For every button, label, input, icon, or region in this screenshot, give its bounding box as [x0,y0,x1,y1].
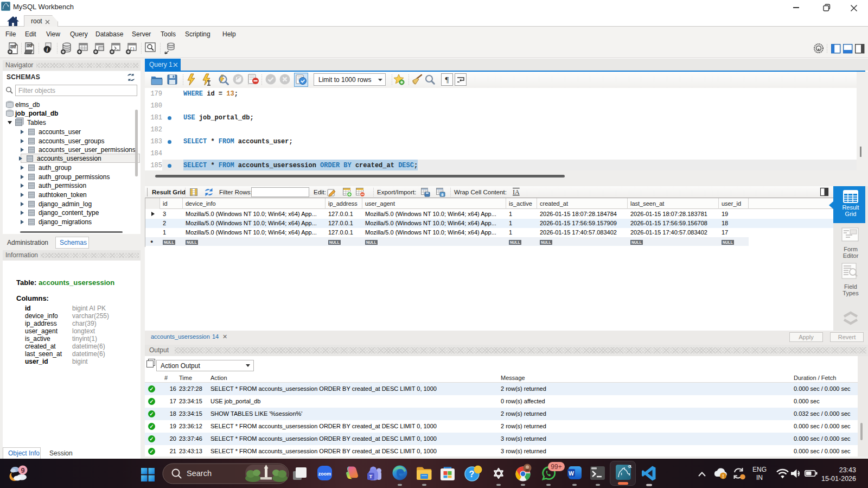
svg-text:99+: 99+ [551,463,561,471]
svg-text:IN: IN [756,474,763,481]
svg-text:{): {) [130,46,135,51]
svg-text:Edit:: Edit: [314,189,326,195]
svg-text:?: ? [469,470,475,479]
svg-text:23:43: 23:43 [839,466,856,474]
svg-text:W: W [569,470,574,477]
svg-text:Search: Search [187,469,212,478]
svg-text:SQL: SQL [10,45,16,48]
svg-text:Wrap Cell Content:: Wrap Cell Content: [454,189,507,195]
svg-text:9: 9 [21,466,24,474]
svg-text:15-01-2026: 15-01-2026 [821,475,856,483]
svg-text:Result Grid: Result Grid [152,189,186,195]
svg-text:ENG: ENG [752,466,767,473]
svg-text:T: T [369,473,373,479]
svg-text:Filter Rows:: Filter Rows: [219,189,252,195]
svg-text:i: i [47,47,48,53]
svg-text:Export/Import:: Export/Import: [377,189,416,195]
svg-text:zoom: zoom [318,471,331,477]
svg-text:Limit to 1000 rows: Limit to 1000 rows [318,76,371,84]
svg-text:¶: ¶ [445,75,449,84]
svg-text:SQL: SQL [27,44,32,47]
svg-text:!: ! [722,473,724,479]
svg-text:IA: IA [513,188,520,196]
